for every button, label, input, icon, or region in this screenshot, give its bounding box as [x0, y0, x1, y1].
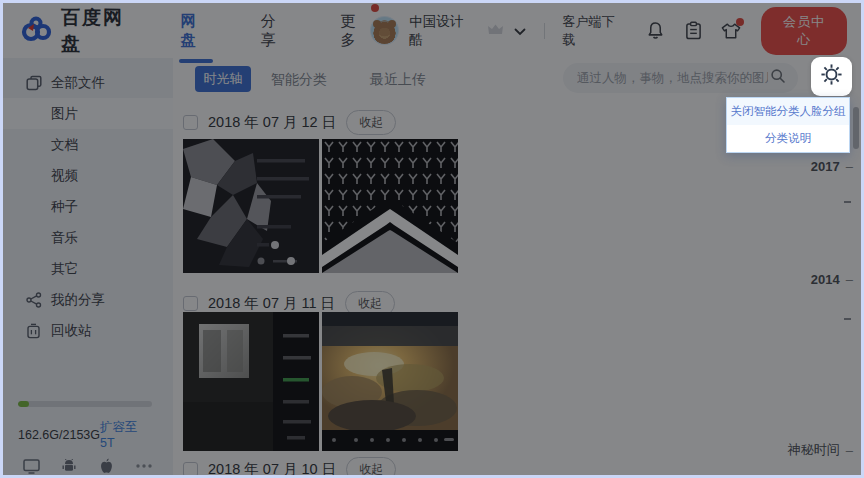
- menu-item-category-help[interactable]: 分类说明: [727, 125, 849, 152]
- menu-item-disable-face-grouping[interactable]: 关闭智能分类人脸分组: [727, 98, 849, 125]
- app-window: 百度网盘 网盘 分享 更多 中国设计酷 客户端下载: [0, 0, 864, 478]
- dim-overlay: [3, 3, 861, 475]
- settings-dropdown: 关闭智能分类人脸分组 分类说明: [726, 97, 850, 153]
- scrollbar-thumb[interactable]: [853, 107, 859, 149]
- settings-gear-button[interactable]: [811, 57, 852, 96]
- gear-icon: [820, 63, 843, 90]
